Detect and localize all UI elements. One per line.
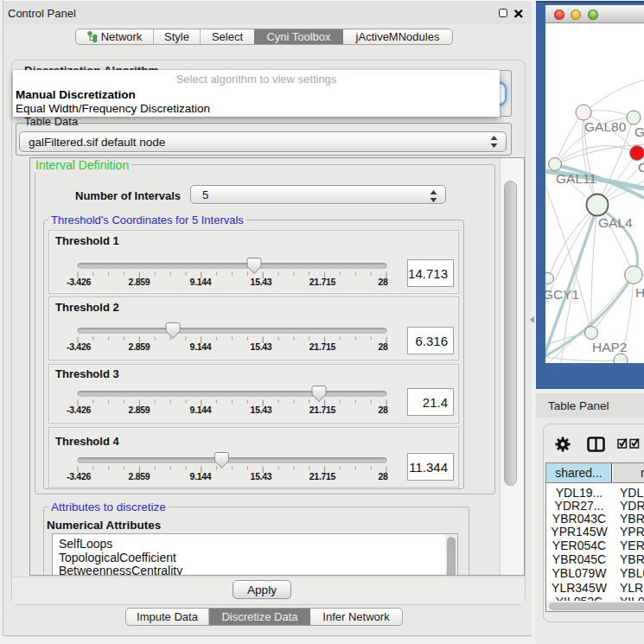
svg-text:C: C <box>638 160 644 175</box>
svg-text:H: H <box>635 285 644 300</box>
svg-text:GAL4: GAL4 <box>598 215 633 230</box>
svg-text:HAP2: HAP2 <box>592 340 628 354</box>
svg-text:GCY1: GCY1 <box>545 287 579 302</box>
svg-text:GAL80: GAL80 <box>584 119 627 134</box>
svg-text:GAL11: GAL11 <box>556 171 596 186</box>
svg-text:GA: GA <box>634 124 644 139</box>
